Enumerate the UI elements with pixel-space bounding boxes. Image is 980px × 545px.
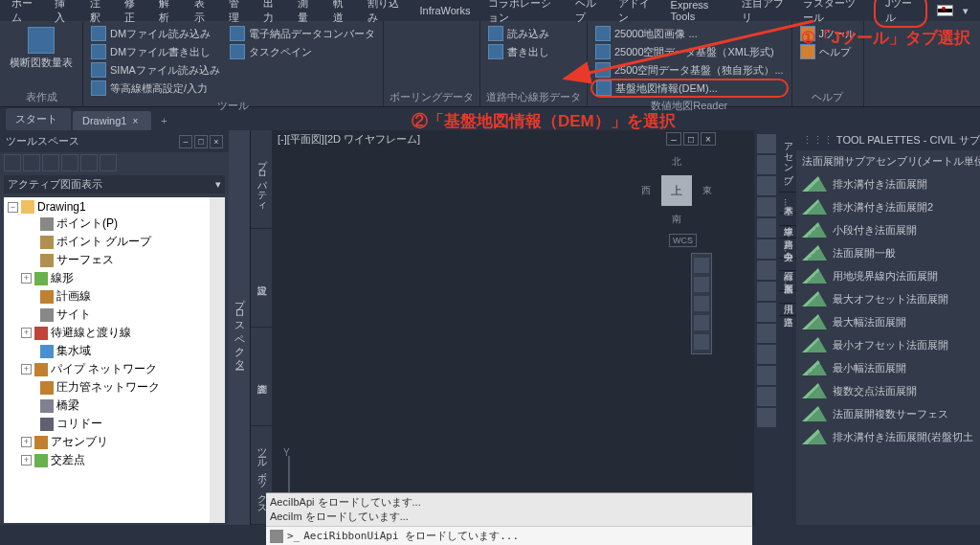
- toolspace-title: ツールスペース – □ ×: [0, 130, 229, 152]
- dm-export[interactable]: DMファイル書き出し: [89, 43, 222, 60]
- tab-drawing1[interactable]: Drawing1×: [73, 111, 151, 130]
- ts-tool4[interactable]: [61, 154, 78, 171]
- road-export[interactable]: 書き出し: [486, 43, 551, 60]
- pal-item[interactable]: 最大オフセット法面展開: [796, 287, 980, 310]
- basemap-dem[interactable]: 基盤地図情報(DEM)...: [590, 79, 789, 98]
- vtab-settings[interactable]: 設定: [251, 229, 272, 328]
- file-in-icon: [91, 62, 106, 78]
- contour-elev[interactable]: 等高線標高設定/入力: [89, 79, 222, 97]
- pal-item[interactable]: 小段付き法面展開: [796, 218, 980, 241]
- pal-item[interactable]: 排水溝付き法面展開2: [796, 195, 980, 218]
- palette-list[interactable]: 排水溝付き法面展開 排水溝付き法面展開2 小段付き法面展開 法面展開一般 用地境…: [796, 172, 980, 525]
- map2500[interactable]: 2500空間データ基盤（独自形式）...: [593, 61, 786, 79]
- rtool-7[interactable]: [757, 261, 776, 280]
- ts-tool5[interactable]: [80, 154, 98, 171]
- subassembly-icon: [802, 337, 827, 352]
- map25000-xml[interactable]: 25000空間データ基盤（XML形式): [593, 43, 786, 60]
- ts-prospector-tab[interactable]: プロスペクター: [229, 130, 250, 525]
- menu-jtool[interactable]: Jツール: [874, 0, 927, 28]
- pane-icon: [230, 44, 245, 59]
- rtool-12[interactable]: [757, 366, 776, 385]
- wcs-label[interactable]: WCS: [669, 234, 697, 247]
- cmd-input-row[interactable]: >_ AeciRibbonUiApi をロードしています...: [266, 526, 752, 545]
- rtool-5[interactable]: [757, 218, 776, 238]
- viewport-label[interactable]: [-][平面図][2D ワイヤフレーム]: [278, 132, 420, 147]
- sima-import[interactable]: SIMAファイル読み込み: [89, 61, 222, 79]
- pal-item[interactable]: 最小幅法面展開: [796, 356, 980, 379]
- command-window[interactable]: AeciIbApi をロードしています... AeciIm をロードしています.…: [266, 492, 752, 545]
- lang-flag-icon[interactable]: [937, 5, 953, 16]
- help-btn[interactable]: ヘルプ: [798, 43, 858, 60]
- cat-shoulder[interactable]: 路肩: [779, 226, 796, 238]
- pressure-icon: [40, 381, 54, 395]
- edelivery-conv[interactable]: 電子納品データコンバータ: [228, 25, 377, 42]
- jtool-help[interactable]: Jツール: [798, 25, 858, 42]
- pal-item[interactable]: 最大幅法面展開: [796, 310, 980, 333]
- road-import[interactable]: 読み込み: [486, 25, 551, 42]
- rtool-14[interactable]: [757, 408, 776, 427]
- pipe-icon: [34, 363, 48, 376]
- ts-max-icon[interactable]: □: [194, 135, 208, 148]
- ts-tree[interactable]: −Drawing1 ポイント(P) ポイント グループ サーフェス +線形 計画…: [4, 197, 225, 523]
- nav-zoom-icon[interactable]: [694, 296, 709, 311]
- cat-assembly[interactable]: アセンブ...: [779, 130, 796, 193]
- ts-tool6[interactable]: [100, 154, 117, 171]
- rtool-3[interactable]: [757, 176, 776, 195]
- cat-basic[interactable]: 基本...: [779, 193, 796, 213]
- drawing-canvas[interactable]: [-][平面図][2D ワイヤフレーム] – □ × 北 南 東 西 上 WCS: [272, 130, 754, 525]
- pal-item[interactable]: 法面展開一般: [796, 241, 980, 264]
- subassembly-icon: [802, 383, 827, 398]
- close-tab-icon[interactable]: ×: [132, 116, 138, 126]
- cat-median[interactable]: 中央分...: [779, 238, 796, 259]
- vtab-survey[interactable]: 調査: [251, 328, 272, 426]
- rtool-4[interactable]: [757, 197, 776, 216]
- vtab-prop[interactable]: プロパティ: [251, 130, 272, 229]
- ts-view-dropdown[interactable]: アクティブ図面表示▾: [4, 175, 225, 193]
- ts-tool1[interactable]: [4, 154, 21, 171]
- ts-close-icon[interactable]: ×: [210, 135, 223, 148]
- cat-road[interactable]: 道路: [779, 304, 796, 316]
- tab-start[interactable]: スタート: [6, 108, 71, 130]
- viewcube[interactable]: 北 南 東 西 上: [641, 155, 712, 226]
- rtool-2[interactable]: [757, 155, 776, 174]
- tab-add[interactable]: +: [153, 111, 174, 130]
- nav-pan-icon[interactable]: [694, 277, 709, 292]
- rtool-8[interactable]: [757, 282, 776, 301]
- pal-item[interactable]: 排水溝付き法面展開(岩盤切土: [796, 425, 980, 448]
- rtool-9[interactable]: [757, 303, 776, 322]
- pal-item[interactable]: 用地境界線内法面展開: [796, 264, 980, 287]
- cat-generic[interactable]: 汎用: [779, 291, 796, 304]
- pal-item[interactable]: 排水溝付き法面展開: [796, 172, 980, 195]
- tree-scrollbar[interactable]: [210, 197, 225, 523]
- rtool-11[interactable]: [757, 345, 776, 364]
- nav-compass-icon[interactable]: [694, 258, 709, 273]
- pal-item[interactable]: 法面展開複数サーフェス: [796, 402, 980, 425]
- cat-lane[interactable]: 車線: [779, 214, 796, 226]
- taskpane[interactable]: タスクペイン: [228, 43, 377, 60]
- lang-dd[interactable]: ▾: [955, 2, 976, 20]
- subassembly-icon: [802, 268, 827, 284]
- vp-max-icon[interactable]: □: [683, 132, 699, 146]
- viewcube-top[interactable]: 上: [661, 175, 692, 206]
- pal-item[interactable]: 最小オフセット法面展開: [796, 333, 980, 356]
- cross-section-qty-button[interactable]: 横断図数量表: [6, 25, 77, 88]
- ts-tool2[interactable]: [23, 154, 40, 171]
- map-icon: [595, 44, 611, 59]
- cat-curb[interactable]: 縁石: [779, 259, 796, 271]
- rtool-1[interactable]: [757, 134, 776, 153]
- ts-min-icon[interactable]: –: [179, 135, 192, 148]
- rtool-13[interactable]: [757, 387, 776, 406]
- pal-item[interactable]: 複数交点法面展開: [796, 379, 980, 402]
- bridge-icon: [40, 399, 54, 413]
- dm-import[interactable]: DMファイル読み込み: [89, 25, 222, 42]
- rtool-10[interactable]: [757, 324, 776, 343]
- vp-close-icon[interactable]: ×: [701, 132, 716, 146]
- map25000-img[interactable]: 25000地図画像 ...: [593, 25, 786, 42]
- rtool-6[interactable]: [757, 239, 776, 259]
- nav-orbit-icon[interactable]: [694, 315, 709, 330]
- menu-infraworks[interactable]: InfraWorks: [412, 2, 479, 19]
- ts-tool3[interactable]: [42, 154, 59, 171]
- vp-min-icon[interactable]: –: [666, 132, 681, 146]
- cat-daylight[interactable]: 基面展...: [779, 271, 796, 291]
- nav-showmotion-icon[interactable]: [694, 334, 709, 350]
